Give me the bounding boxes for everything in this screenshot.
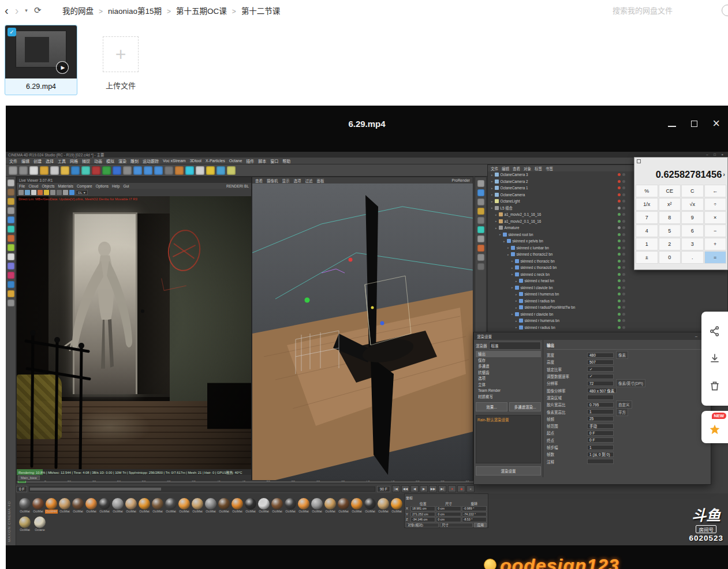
calculator-key[interactable]: 3 [681, 238, 704, 250]
c4d-menu-item[interactable]: 动画 [94, 158, 102, 164]
field-value[interactable]: ✓ [587, 366, 614, 372]
selected-check-icon[interactable]: ✓ [8, 28, 16, 36]
object-state-dot-icon[interactable] [618, 200, 621, 203]
c4d-menu-item[interactable]: 3Dtool [190, 159, 201, 163]
coordinate-value-field[interactable]: -8.53 ° [462, 517, 487, 522]
upload-tile[interactable]: + [103, 36, 139, 72]
material-item[interactable]: OctMat [297, 498, 310, 514]
live-viewer-menu-item[interactable]: Materials [58, 184, 73, 188]
calculator-key[interactable]: ÷ [704, 198, 727, 211]
calculator-key[interactable]: 1/x [636, 198, 658, 211]
object-manager-menu-item[interactable]: 查看 [513, 166, 520, 171]
c4d-tool-icon[interactable] [477, 199, 484, 205]
object-row[interactable]: skinned c neck bn [488, 271, 727, 278]
file-card-video[interactable]: ✓ ▶ 6.29.mp4 [5, 25, 77, 95]
coordinate-value-field[interactable]: 271.252 cm [410, 512, 435, 517]
c4d-toolbar-icon[interactable] [61, 166, 69, 175]
live-viewer-dropdown[interactable]: DL▾ [76, 190, 88, 195]
record-button[interactable]: + [466, 485, 475, 492]
calculator-key[interactable]: = [704, 251, 727, 264]
search-icon[interactable] [722, 5, 728, 16]
object-row[interactable]: skinned l clavicle bn [488, 284, 727, 291]
transport-button[interactable]: ▶| [438, 485, 446, 492]
c4d-menu-item[interactable]: 选择 [46, 158, 54, 164]
c4d-tool-icon[interactable] [8, 216, 14, 223]
c4d-menu-item[interactable]: 渲染 [118, 158, 126, 164]
transport-button[interactable]: ◀◀ [401, 485, 409, 492]
c4d-tool-icon[interactable] [8, 198, 14, 205]
c4d-tool-icon[interactable] [477, 226, 484, 233]
object-row[interactable]: skinned l radius bn [488, 298, 727, 305]
c4d-tool-icon[interactable] [8, 263, 14, 269]
object-state-dot-icon[interactable] [618, 239, 621, 242]
material-item[interactable]: OctMat [125, 498, 137, 514]
object-manager-menu-item[interactable]: 文件 [491, 166, 498, 171]
record-button[interactable]: ● [448, 485, 456, 492]
c4d-tool-icon[interactable] [8, 226, 14, 233]
c4d-tool-icon[interactable] [477, 235, 484, 242]
object-state-dot-icon[interactable] [618, 213, 621, 216]
object-state-dot-icon[interactable] [618, 286, 621, 289]
material-item[interactable]: OctMat [311, 498, 323, 514]
object-state-dot-icon[interactable] [618, 246, 621, 249]
refresh-icon[interactable]: ⟳ [34, 5, 42, 16]
c4d-tool-icon[interactable] [8, 300, 14, 306]
object-state-dot-icon[interactable] [618, 260, 621, 263]
c4d-toolbar-icon[interactable] [19, 166, 28, 175]
c4d-tool-icon[interactable] [477, 254, 484, 261]
c4d-menu-item[interactable]: 创建 [33, 158, 42, 164]
calculator-key[interactable]: ± [636, 251, 658, 264]
range-end-field[interactable]: 90 F [377, 486, 390, 492]
material-item[interactable]: OctMat [271, 498, 283, 514]
calculator-key[interactable]: 8 [659, 211, 681, 224]
record-button[interactable]: ◆ [457, 485, 465, 492]
breadcrumb-item[interactable]: 我的网盘 [62, 5, 103, 16]
c4d-toolbar-icon[interactable] [227, 166, 236, 175]
c4d-tool-icon[interactable] [477, 217, 484, 224]
calculator-key[interactable]: . [681, 251, 704, 264]
calculator-key[interactable]: 4 [636, 224, 658, 237]
calculator-key[interactable]: × [704, 211, 727, 224]
render-settings-section[interactable]: 抗锯齿 [476, 369, 541, 376]
calculator-key[interactable]: C [681, 185, 704, 197]
material-item[interactable]: OctMat [324, 498, 337, 514]
render-settings-section[interactable]: 材质覆写 [476, 394, 541, 400]
coordinate-value-field[interactable]: 0 cm [436, 517, 461, 522]
c4d-tool-icon[interactable] [477, 245, 484, 252]
c4d-toolbar-icon[interactable] [40, 166, 48, 175]
search-input[interactable] [613, 4, 711, 17]
object-state-dot-icon[interactable] [618, 279, 621, 282]
viewport-menu-item[interactable]: 显示 [282, 178, 290, 184]
material-item[interactable]: OctMat [32, 498, 44, 514]
forward-icon[interactable]: › [15, 5, 19, 16]
c4d-toolbar-icon[interactable] [185, 166, 194, 175]
c4d-menu-item[interactable]: 运动跟踪 [143, 158, 159, 164]
c4d-tool-icon[interactable] [8, 207, 14, 214]
calculator-key[interactable]: x² [659, 198, 681, 211]
field-unit-dropdown[interactable]: 像素 [616, 351, 628, 359]
calculator-key[interactable]: ← [704, 185, 727, 197]
c4d-toolbar-icon[interactable] [175, 166, 184, 175]
object-manager-menu-item[interactable]: 书签 [546, 166, 553, 171]
range-start-field[interactable]: 0 F [16, 486, 27, 492]
object-row[interactable]: skinned r clavicle bn [488, 311, 727, 318]
material-item[interactable]: OctMat [218, 498, 230, 514]
object-state-dot-icon[interactable] [618, 226, 621, 229]
viewport-menu-item[interactable]: 摄像机 [267, 178, 278, 184]
renderer-dropdown[interactable]: 标准 [489, 342, 542, 350]
field-value[interactable]: 0 F [587, 431, 614, 436]
object-row[interactable]: skinned l radiusProxWristTw bn [488, 304, 727, 311]
render-preview[interactable]: Direct Lm: MB+/GeoData: Update[V].oflns,… [17, 196, 251, 469]
material-item[interactable]: OctMat [138, 498, 151, 514]
live-viewer-menu-item[interactable]: Cloud [28, 184, 38, 188]
field-value[interactable]: ✓ [587, 374, 614, 379]
material-item[interactable]: OctMat [178, 498, 191, 514]
material-item[interactable]: OctMat [98, 498, 111, 514]
object-state-dot-icon[interactable] [618, 326, 621, 329]
c4d-toolbar-icon[interactable] [29, 166, 38, 175]
close-button[interactable]: × [712, 119, 720, 128]
viewport-menu-item[interactable]: 选项 [294, 178, 301, 184]
render-settings-section[interactable]: 多通道 [476, 363, 541, 369]
calculator-key[interactable]: 2 [659, 238, 681, 250]
field-value[interactable]: 手动 [587, 424, 614, 429]
